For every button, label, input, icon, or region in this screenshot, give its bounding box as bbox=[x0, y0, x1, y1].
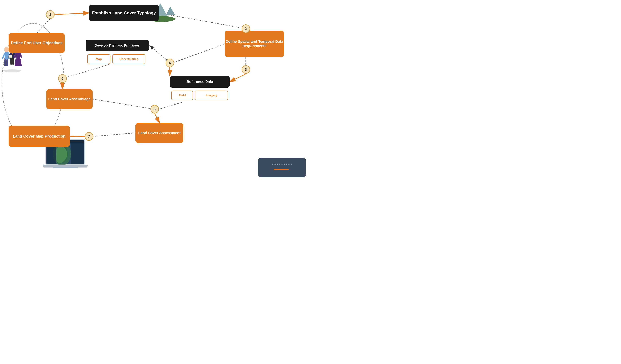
legend-box bbox=[258, 158, 306, 177]
step-5-label: 5 bbox=[61, 76, 63, 81]
svg-line-17 bbox=[155, 114, 160, 123]
node-production: Land Cover Map Production bbox=[9, 126, 70, 147]
node-objectives: Define End User Objectives bbox=[9, 33, 65, 53]
step-3-label: 3 bbox=[245, 67, 247, 72]
production-label: Land Cover Map Production bbox=[13, 134, 66, 139]
uncertainties-label: Uncertainties bbox=[120, 57, 138, 61]
step-3-circle: 3 bbox=[242, 65, 250, 74]
legend-arrow-item bbox=[274, 167, 290, 171]
step-1-circle: 1 bbox=[46, 10, 54, 19]
legend-dot bbox=[279, 164, 280, 165]
node-spatial: Define Spatial and Temporal Data Require… bbox=[225, 31, 284, 57]
node-reference: Reference Data bbox=[170, 76, 230, 87]
svg-point-54 bbox=[3, 69, 21, 72]
svg-line-16 bbox=[92, 99, 155, 109]
objectives-label: Define End User Objectives bbox=[11, 41, 62, 45]
node-field: Field bbox=[172, 90, 193, 100]
legend-dots bbox=[272, 164, 292, 165]
step-4-label: 4 bbox=[169, 61, 171, 65]
svg-rect-65 bbox=[53, 167, 78, 168]
legend-arrow-svg bbox=[274, 167, 290, 171]
svg-rect-36 bbox=[4, 59, 6, 66]
svg-rect-63 bbox=[43, 165, 87, 167]
svg-marker-49 bbox=[15, 59, 22, 66]
spatial-label: Define Spatial and Temporal Data Require… bbox=[225, 39, 284, 48]
svg-line-18 bbox=[159, 102, 182, 109]
svg-rect-43 bbox=[10, 58, 12, 65]
step-1-label: 1 bbox=[49, 12, 51, 17]
node-uncertainties: Uncertainties bbox=[112, 54, 145, 64]
svg-line-9 bbox=[230, 74, 246, 82]
field-label: Field bbox=[179, 94, 186, 97]
svg-line-3 bbox=[54, 13, 89, 15]
svg-line-14 bbox=[62, 65, 109, 79]
step-2-label: 2 bbox=[245, 27, 247, 31]
primitives-label: Develop Thematic Primitives bbox=[95, 44, 140, 47]
node-assessment: Land Cover Assessment bbox=[136, 123, 183, 143]
svg-line-19 bbox=[93, 133, 136, 136]
legend-dot bbox=[286, 164, 287, 165]
diagram-container: Establish Land Cover Typology Define End… bbox=[0, 0, 310, 182]
legend-dot bbox=[277, 164, 278, 165]
step-2-circle: 2 bbox=[242, 24, 250, 33]
legend-dot bbox=[288, 164, 290, 165]
node-map: Map bbox=[87, 54, 110, 64]
svg-rect-61 bbox=[71, 142, 84, 164]
step-7-circle: 7 bbox=[85, 132, 93, 141]
step-6-circle: 6 bbox=[150, 105, 159, 114]
node-primitives: Develop Thematic Primitives bbox=[86, 40, 149, 51]
typology-label: Establish Land Cover Typology bbox=[92, 10, 156, 16]
svg-line-48 bbox=[20, 53, 21, 57]
svg-rect-33 bbox=[5, 52, 9, 59]
svg-line-10 bbox=[171, 44, 225, 64]
step-5-circle: 5 bbox=[58, 74, 67, 83]
svg-rect-44 bbox=[12, 58, 14, 65]
legend-dot bbox=[272, 164, 273, 165]
map-label: Map bbox=[96, 57, 102, 61]
svg-line-34 bbox=[2, 54, 5, 59]
legend-dot bbox=[284, 164, 285, 165]
node-imagery: Imagery bbox=[195, 90, 228, 100]
node-typology: Establish Land Cover Typology bbox=[89, 5, 159, 21]
legend-dot bbox=[281, 164, 283, 165]
svg-point-32 bbox=[4, 47, 9, 52]
node-assemblage: Land Cover Assemblage bbox=[46, 89, 92, 109]
svg-marker-25 bbox=[166, 7, 175, 15]
imagery-label: Imagery bbox=[206, 94, 217, 97]
reference-label: Reference Data bbox=[187, 80, 213, 84]
svg-rect-37 bbox=[6, 59, 8, 66]
assessment-label: Land Cover Assessment bbox=[138, 131, 181, 135]
step-7-label: 7 bbox=[88, 134, 90, 139]
legend-dot bbox=[291, 164, 292, 165]
assemblage-label: Land Cover Assemblage bbox=[48, 97, 90, 101]
legend-dot bbox=[275, 164, 276, 165]
step-6-label: 6 bbox=[154, 107, 156, 111]
svg-line-21 bbox=[37, 19, 50, 33]
step-4-circle: 4 bbox=[166, 59, 174, 67]
